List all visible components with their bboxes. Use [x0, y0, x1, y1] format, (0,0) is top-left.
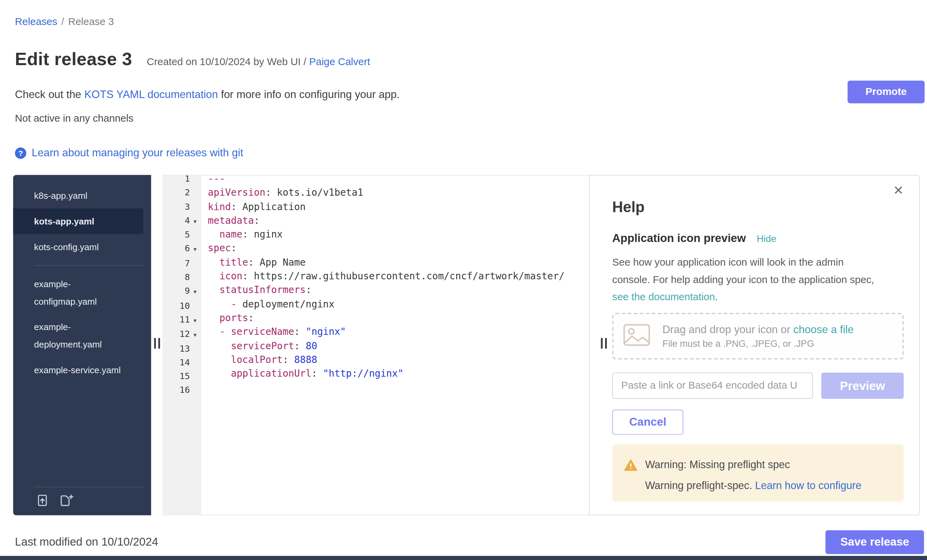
channel-status: Not active in any channels	[15, 113, 134, 125]
icon-url-input[interactable]	[612, 373, 813, 399]
created-author-link[interactable]: Paige Calvert	[309, 56, 370, 68]
last-modified-text: Last modified on 10/10/2024	[15, 536, 158, 549]
line-number: 7	[163, 257, 190, 271]
code-line: statusInformers:	[208, 283, 589, 297]
editor-code-area[interactable]: ---apiVersion: kots.io/v1beta1kind: Appl…	[201, 176, 589, 515]
fold-toggle-icon[interactable]: ▾	[190, 243, 200, 257]
dropzone-text: Drag and drop your icon or choose a file…	[663, 323, 854, 349]
doc-hint-before: Check out the	[15, 88, 82, 100]
code-line: icon: https://raw.githubusercontent.com/…	[208, 269, 589, 284]
gutter-lines: 1234▾56▾789▾1011▾12▾13141516	[163, 176, 201, 398]
code-line	[208, 381, 589, 395]
gutter-line: 7	[163, 257, 201, 271]
code-line: - serviceName: "nginx"	[208, 325, 589, 339]
sidebar-item-example-configmap-yaml[interactable]: example-configmap.yaml	[13, 271, 151, 314]
learn-configure-link[interactable]: Learn how to configure	[755, 480, 862, 492]
gutter-line: 11▾	[163, 313, 201, 327]
gutter-line: 2	[163, 186, 201, 200]
yaml-editor: 1234▾56▾789▾1011▾12▾13141516 ---apiVersi…	[163, 175, 589, 515]
see-documentation-link[interactable]: see the documentation	[612, 291, 715, 303]
line-number: 11	[163, 313, 190, 327]
line-number: 8	[163, 270, 190, 284]
editor-gutter: 1234▾56▾789▾1011▾12▾13141516	[163, 176, 201, 515]
gutter-line: 16	[163, 384, 201, 398]
page-title: Edit release 3	[15, 49, 132, 68]
close-icon[interactable]: ✕	[893, 184, 904, 197]
sidebar-bottom	[13, 487, 151, 516]
dropzone-prompt: Drag and drop your icon or	[663, 323, 790, 335]
image-placeholder-icon	[623, 323, 650, 349]
dropzone-file-types: File must be a .PNG, .JPEG, or .JPG	[663, 338, 854, 349]
code-line: name: nginx	[208, 228, 589, 241]
gutter-line: 13	[163, 342, 201, 356]
icon-preview-title: Application icon preview	[612, 232, 746, 245]
add-file-icon[interactable]	[59, 493, 74, 508]
sidebar-item-kots-app-yaml[interactable]: kots-app.yaml	[13, 208, 143, 234]
fold-toggle-icon[interactable]: ▾	[190, 314, 200, 328]
line-number: 14	[163, 356, 190, 370]
gutter-line: 1	[163, 176, 201, 186]
sidebar-item-example-service-yaml[interactable]: example-service.yaml	[13, 357, 151, 383]
fold-toggle-icon[interactable]: ▾	[190, 285, 200, 299]
promote-button[interactable]: Promote	[848, 80, 925, 103]
line-number: 4	[163, 214, 190, 228]
hide-link[interactable]: Hide	[757, 234, 776, 244]
kots-yaml-doc-link[interactable]: KOTS YAML documentation	[84, 88, 218, 100]
preview-button[interactable]: Preview	[821, 373, 904, 399]
code-line: ---	[208, 176, 589, 186]
sidebar-item-k8s-app-yaml[interactable]: k8s-app.yaml	[13, 183, 151, 208]
code-line: servicePort: 80	[208, 339, 589, 353]
line-number: 6	[163, 242, 190, 256]
description-line-2: console. For help adding your icon to th…	[612, 271, 874, 288]
breadcrumb-releases-link[interactable]: Releases	[15, 16, 57, 27]
code-line: ports:	[208, 311, 589, 325]
warning-box: Warning: Missing preflight spec Warning …	[612, 444, 904, 501]
icon-preview-description: See how your application icon will look …	[612, 253, 874, 306]
help-panel: ✕ Help Application icon preview Hide See…	[589, 175, 920, 515]
code-line: title: App Name	[208, 255, 589, 269]
code-line: apiVersion: kots.io/v1beta1	[208, 186, 589, 200]
sidebar-item-example-deployment-yaml[interactable]: example-deployment.yaml	[13, 314, 151, 357]
line-number: 9	[163, 284, 190, 299]
file-list: k8s-app.yamlkots-app.yamlkots-config.yam…	[13, 183, 151, 383]
gutter-line: 9▾	[163, 284, 201, 299]
icon-url-row: Preview	[612, 373, 904, 399]
line-number: 16	[163, 384, 190, 398]
icon-dropzone[interactable]: Drag and drop your icon or choose a file…	[612, 313, 904, 360]
fold-toggle-icon[interactable]: ▾	[190, 214, 200, 228]
warning-detail: Warning preflight-spec.	[645, 480, 752, 492]
gutter-line: 14	[163, 356, 201, 370]
line-number: 15	[163, 370, 190, 384]
sidebar-divider	[34, 265, 143, 266]
sidebar-item-kots-config-yaml[interactable]: kots-config.yaml	[13, 234, 151, 260]
code-line: applicationUrl: "http://nginx"	[208, 367, 589, 381]
gutter-line: 8	[163, 270, 201, 284]
gutter-line: 15	[163, 370, 201, 384]
fold-toggle-icon[interactable]: ▾	[190, 328, 200, 342]
code-line: - deployment/nginx	[208, 297, 589, 311]
gutter-line: 5	[163, 228, 201, 242]
edit-release-page: Releases / Release 3 Edit release 3 Crea…	[0, 0, 927, 560]
pane-resize-handle-right[interactable]	[601, 338, 607, 349]
save-release-button[interactable]: Save release	[825, 530, 924, 554]
line-number: 2	[163, 186, 190, 200]
icon-preview-section-header: Application icon preview Hide	[612, 232, 777, 245]
line-number: 13	[163, 342, 190, 356]
description-suffix: .	[715, 291, 718, 303]
gutter-line: 6▾	[163, 242, 201, 256]
upload-file-icon[interactable]	[35, 493, 50, 508]
pane-resize-handle-left[interactable]	[154, 338, 160, 349]
gutter-line: 12▾	[163, 327, 201, 342]
warning-triangle-icon	[624, 459, 637, 471]
question-icon[interactable]: ?	[15, 147, 26, 159]
bottom-edge-bar	[0, 556, 927, 560]
git-releases-link[interactable]: Learn about managing your releases with …	[32, 147, 243, 160]
line-number: 5	[163, 228, 190, 242]
gutter-line: 4▾	[163, 214, 201, 228]
cancel-button[interactable]: Cancel	[612, 410, 683, 434]
warning-detail-row: Warning preflight-spec. Learn how to con…	[624, 480, 893, 492]
choose-file-link[interactable]: choose a file	[793, 323, 854, 335]
breadcrumb: Releases / Release 3	[15, 16, 114, 28]
dropzone-line-1: Drag and drop your icon or choose a file	[663, 323, 854, 336]
title-row: Edit release 3 Created on 10/10/2024 by …	[15, 49, 370, 69]
